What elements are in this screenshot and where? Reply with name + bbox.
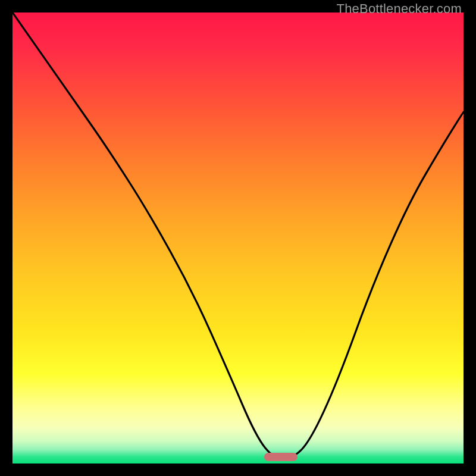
- optimal-marker: [264, 453, 298, 461]
- attribution-text: TheBottlenecker.com: [337, 1, 462, 17]
- bottleneck-curve: [12, 12, 464, 464]
- plot-area: [12, 12, 464, 464]
- chart-frame: TheBottlenecker.com: [0, 0, 476, 476]
